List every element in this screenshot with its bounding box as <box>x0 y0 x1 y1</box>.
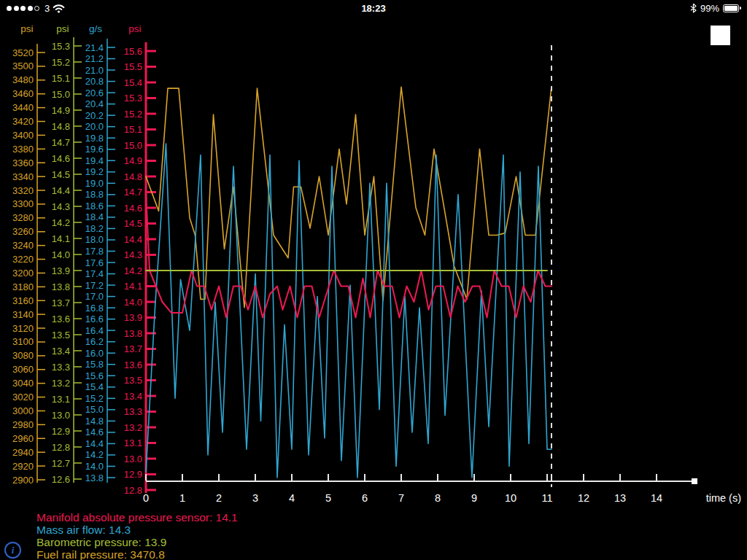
y-tick-label: 17.2 <box>85 280 104 291</box>
y-tick-label: 16.8 <box>85 303 104 314</box>
y-tick-label: 14.0 <box>124 297 142 308</box>
y-tick-label: 12.8 <box>124 485 142 496</box>
y-tick-label: 14.0 <box>52 249 70 260</box>
y-tick-label: 14.4 <box>52 185 70 196</box>
y-tick-label: 14.8 <box>124 171 142 182</box>
y-tick-label: 15.3 <box>52 41 70 52</box>
y-tick-label: 15.6 <box>85 370 104 381</box>
series-mass-air-flow <box>146 144 551 478</box>
y-tick-label: 13.4 <box>124 391 142 402</box>
y-tick-label: 14.8 <box>52 121 70 132</box>
y-tick-label: 2940 <box>12 447 34 458</box>
battery-percent: 99% <box>700 3 719 14</box>
y-tick-label: 17.4 <box>85 268 104 279</box>
y-tick-label: 16.0 <box>85 348 104 359</box>
y-tick-label: 15.8 <box>85 359 104 370</box>
y-tick-label: 14.1 <box>124 281 142 292</box>
y-tick-label: 21.4 <box>85 42 104 53</box>
y-tick-label: 13.7 <box>52 298 70 308</box>
x-tick-label: 4 <box>289 492 295 504</box>
y-tick-label: 15.2 <box>124 109 142 120</box>
y-tick-label: 15.3 <box>124 93 142 104</box>
y-tick-label: 13.2 <box>124 422 142 433</box>
y-tick-label: 13.9 <box>124 312 142 323</box>
y-tick-label: 12.6 <box>52 474 70 485</box>
y-tick-label: 13.0 <box>52 410 70 421</box>
y-tick-label: 14.3 <box>52 201 70 212</box>
record-stop-button[interactable] <box>711 26 730 45</box>
y-tick-label: 20.8 <box>85 76 104 87</box>
y-tick-label: 3500 <box>12 61 34 71</box>
y-tick-label: 13.0 <box>124 454 142 464</box>
y-tick-label: 12.7 <box>52 458 70 469</box>
y-tick-label: 14.3 <box>124 249 142 260</box>
chart-plot-area[interactable]: 3520350034803460344034203400338033603340… <box>0 0 747 560</box>
y-tick-label: 19.6 <box>85 144 104 155</box>
clock: 18:23 <box>361 3 385 14</box>
y-tick-label: 3120 <box>12 323 34 334</box>
y-tick-label: 15.0 <box>85 404 104 415</box>
legend-row-manifold-absolute-pressure-sensor: Manifold absolute pressure sensor: 14.1 <box>36 511 238 524</box>
y-tick-label: 15.2 <box>85 393 104 404</box>
y-tick-label: 19.2 <box>85 166 104 177</box>
y-tick-label: 3180 <box>12 281 34 292</box>
x-tick-label: 11 <box>541 492 552 504</box>
y-tick-label: 3340 <box>12 171 34 182</box>
y-tick-label: 14.0 <box>85 461 104 472</box>
y-tick-label: 3040 <box>12 378 34 389</box>
x-tick-label: 12 <box>578 492 589 504</box>
y-tick-label: 16.4 <box>85 325 104 336</box>
y-tick-label: 3200 <box>12 268 34 279</box>
y-tick-label: 20.6 <box>85 88 104 98</box>
y-tick-label: 14.5 <box>52 169 70 180</box>
x-tick-label: 5 <box>325 492 331 504</box>
y-tick-label: 19.0 <box>85 178 104 189</box>
y-tick-label: 13.6 <box>124 359 142 370</box>
y-tick-label: 19.4 <box>85 155 104 166</box>
y-tick-label: 18.2 <box>85 223 104 234</box>
y-tick-label: 13.6 <box>52 314 70 324</box>
info-icon: i <box>12 545 15 556</box>
y-tick-label: 2960 <box>12 433 34 444</box>
bluetooth-icon <box>690 3 697 13</box>
y-tick-label: 15.4 <box>85 381 104 392</box>
info-button[interactable]: i <box>4 542 21 559</box>
y-tick-label: 14.2 <box>124 265 142 276</box>
y-tick-label: 15.2 <box>52 57 70 68</box>
y-tick-label: 3000 <box>12 405 34 416</box>
y-tick-label: 13.1 <box>52 394 70 405</box>
y-tick-label: 12.9 <box>124 469 142 480</box>
y-tick-label: 3260 <box>12 226 34 237</box>
x-tick-label: 1 <box>179 492 185 504</box>
y-tick-label: 14.1 <box>52 233 70 244</box>
y-tick-label: 14.2 <box>52 217 70 228</box>
y-tick-label: 3020 <box>12 392 34 402</box>
y-tick-label: 13.7 <box>124 343 142 354</box>
status-bar: 3 18:23 99% <box>0 0 747 16</box>
x-tick-label: 0 <box>143 492 149 504</box>
legend-row-fuel-rail-pressure: Fuel rail pressure: 3470.8 <box>36 548 238 560</box>
y-tick-label: 3220 <box>12 254 34 265</box>
y-tick-label: 16.2 <box>85 336 104 347</box>
y-tick-label: 3300 <box>12 198 34 209</box>
y-tick-label: 21.2 <box>85 53 104 64</box>
y-tick-label: 15.1 <box>124 124 142 135</box>
y-tick-label: 3240 <box>12 240 34 251</box>
x-tick-label: 3 <box>252 492 258 504</box>
legend-row-mass-air-flow: Mass air flow: 14.3 <box>36 524 238 536</box>
y-tick-label: 2900 <box>12 475 34 486</box>
y-tick-label: 20.0 <box>85 121 104 132</box>
y-tick-label: 13.8 <box>85 472 104 483</box>
y-tick-label: 15.0 <box>52 89 70 100</box>
y-tick-label: 3460 <box>12 88 34 99</box>
y-tick-label: 2920 <box>12 461 34 472</box>
y-tick-label: 15.6 <box>124 46 142 57</box>
y-tick-label: 15.0 <box>124 140 142 151</box>
y-tick-label: 17.8 <box>85 246 104 257</box>
y-tick-label: 14.9 <box>124 155 142 166</box>
y-tick-label: 18.8 <box>85 189 104 200</box>
y-tick-label: 14.4 <box>85 438 104 449</box>
y-tick-label: 14.9 <box>52 105 70 116</box>
y-tick-label: 3060 <box>12 364 34 375</box>
y-axis-unit-label: g/s <box>89 23 102 34</box>
